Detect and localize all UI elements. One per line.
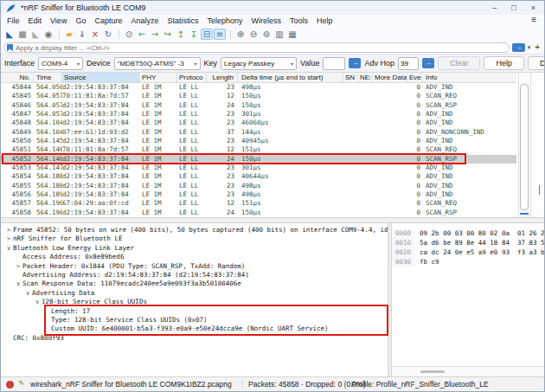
tree-expanded-icon[interactable]: ∨ [33,298,42,306]
column-header-time[interactable]: Time [34,73,62,82]
column-header-info[interactable]: Info [422,73,516,82]
close-icon[interactable]: × [531,1,535,15]
value-apply-button[interactable]: → [349,58,361,68]
stop-capture-icon[interactable]: ■ [16,29,29,40]
tree-collapsed-icon[interactable]: > [4,226,13,235]
packet-row[interactable]: 45854564.188d2:19:54:83:37:84LE 1MLE LL2… [1,172,516,181]
column-header-event[interactable]: Eve [407,73,422,82]
menu-capture[interactable]: Capture [90,16,126,26]
start-capture-icon[interactable]: ◣ [3,29,16,40]
zoom-reset-icon[interactable]: ⊜ [260,29,272,40]
reset-layout-icon[interactable]: ▦ [286,29,298,40]
detail-line[interactable]: Advertising Address: d2:19:54:83:37:84 (… [1,271,388,280]
column-header-nesn[interactable]: NE: [358,73,373,82]
hamburger-icon[interactable]: ≡ [531,15,536,24]
bookmark-icon[interactable] [7,44,13,52]
menu-wireless[interactable]: Wireless [247,16,286,26]
capture-options-icon[interactable]: ◣ [29,29,42,40]
go-last-icon[interactable]: ↧ [188,29,200,40]
restart-capture-icon[interactable]: ◉ [42,29,54,40]
packet-row[interactable]: 45853564.147d2:19:54:83:37:84LE 1MLE LL2… [1,164,516,172]
go-back-icon[interactable]: ← [136,29,148,40]
hex-row[interactable]: 00105a d6 be 89 8e 44 18 84 37 83 54 [392,238,544,247]
adv-hop-apply-button[interactable]: → [422,58,434,68]
hex-row[interactable]: 000009 2b 00 03 00 80 02 0a 01 26 20 [392,228,544,238]
hex-row[interactable]: 0030fb c9 [392,257,544,267]
menu-analyze[interactable]: Analyze [126,16,163,26]
auto-scroll-icon[interactable]: ⊟ [201,29,213,40]
packet-row[interactable]: 45849564.10407:ee:61:1d:93:d2LE 1MLE LL3… [1,128,516,137]
hex-scrollbar-thumb[interactable] [420,370,445,373]
detail-line[interactable]: ∨Bluetooth Low Energy Link Layer [1,244,388,253]
expert-info-icon[interactable]: ✎ [18,379,25,388]
colorize-icon[interactable]: ≡ [214,29,226,40]
tree-collapsed-icon[interactable]: > [14,262,22,271]
intelligent-scrollbar-strip[interactable] [530,73,544,217]
defaults-button[interactable]: Defaults [528,56,545,70]
packet-row[interactable]: 45846564.057d2:19:54:83:37:84LE 1MLE LL2… [1,101,516,110]
packet-row[interactable]: 45855564.188d2:19:54:83:37:84LE 1MLE LL2… [1,182,516,190]
go-first-icon[interactable]: ↥ [175,29,187,40]
column-header-phy[interactable]: PHY [140,73,177,82]
capture-file-name[interactable]: wireshark_nRF Sniffer for Bluetooth LE C… [30,380,232,389]
menu-go[interactable]: Go [71,16,90,26]
packet-row[interactable]: 45848564.104d2:19:54:83:37:84LE 1MLE LL2… [1,119,516,127]
column-header-protocol[interactable]: Protoco [177,73,207,82]
device-select[interactable]: "MDBT50Q-ATMS" -3 ▾ [114,57,201,70]
key-select[interactable]: Legacy Passkey ▾ [221,57,297,70]
detail-line[interactable]: >nRF Sniffer for Bluetooth LE [1,235,388,243]
packet-row[interactable]: 45858564.190d2:19:54:83:37:84LE 1MLE LL2… [1,209,516,217]
help-button[interactable]: Help [484,56,524,70]
detail-line[interactable]: ∨Advertising Data [1,289,388,298]
menu-tools[interactable]: Tools [285,16,312,26]
detail-line[interactable]: Length: 17 [1,307,388,316]
interface-select[interactable]: COM9-4 ▾ [38,57,83,70]
hex-row[interactable]: 0020ca dc 24 0e e5 a9 e0 93 f3 a3 b5 [392,247,544,257]
menu-view[interactable]: View [46,16,71,26]
go-to-packet-icon[interactable]: ↪ [162,29,174,40]
menu-help[interactable]: Help [312,16,337,26]
menu-edit[interactable]: Edit [24,16,47,26]
tree-expanded-icon[interactable]: ∨ [14,280,22,288]
zoom-in-icon[interactable]: ⊕ [234,29,247,40]
value-input[interactable] [323,57,345,70]
column-header-no[interactable]: No. [1,73,34,82]
menu-telephony[interactable]: Telephony [202,16,247,26]
maximize-icon[interactable]: □ [511,1,516,15]
packet-row[interactable]: 45844564.056d2:19:54:83:37:84LE 1MLE LL2… [1,83,516,92]
add-filter-button[interactable]: + [533,42,542,53]
menu-file[interactable]: File [3,16,24,26]
apply-filter-button[interactable]: → [512,43,525,52]
detail-line[interactable]: ∨128-bit Service Class UUIDs [1,298,388,306]
go-forward-icon[interactable]: → [149,29,161,40]
menu-statistics[interactable]: Statistics [163,16,202,26]
detail-line[interactable]: >Frame 45852: 50 bytes on wire (400 bits… [1,226,388,235]
packet-list-scrollbar[interactable] [518,73,529,217]
display-filter-input[interactable] [16,44,506,52]
save-capture-icon[interactable]: ⇓ [76,29,88,40]
minimize-icon[interactable]: – [492,1,497,15]
reload-capture-icon[interactable]: ↻ [102,29,114,40]
adv-hop-input[interactable] [398,57,419,70]
detail-line[interactable]: Access Address: 0x8e89bed6 [1,253,388,261]
clear-button[interactable]: Clear [438,56,481,70]
detail-line[interactable]: Custom UUID: 6e400001-b5a3-f393-e0a9-e50… [1,325,388,333]
packet-row[interactable]: 45850564.145d2:19:54:83:37:84LE 1MLE LL2… [1,137,516,145]
packet-row[interactable]: 45852564.146d2:19:54:83:37:84LE 1MLE LL2… [1,155,516,164]
tree-collapsed-icon[interactable]: > [4,235,13,243]
packet-row[interactable]: 45847564.057d2:19:54:83:37:84LE 1MLE LL2… [1,110,516,119]
column-header-more_data[interactable]: More Data [373,73,407,82]
packet-row[interactable]: 45851564.14670:11:81:8a:7d:57LE 1MLE LL1… [1,145,516,154]
profile-status[interactable]: Profile: Profile_nRF_Sniffer_Bluetooth_L… [351,380,489,389]
zoom-out-icon[interactable]: ⊖ [247,29,260,40]
scrollbar-thumb[interactable] [520,84,529,210]
close-capture-icon[interactable]: × [89,29,101,40]
column-header-source[interactable]: Source [62,73,140,82]
detail-line[interactable]: >Packet Header: 0x1844 (PDU Type: SCAN_R… [1,262,388,271]
packet-row[interactable]: 45856564.189d2:19:54:83:37:84LE 1MLE LL2… [1,190,516,199]
packet-row[interactable]: 45845564.05770:11:81:8a:7d:57LE 1MLE LL1… [1,92,516,100]
filter-history-caret-icon[interactable]: ▾ [528,44,531,51]
tree-expanded-icon[interactable]: ∨ [4,244,13,253]
detail-line[interactable]: Type: 128-bit Service Class UUIDs (0x07) [1,316,388,325]
tree-expanded-icon[interactable]: ∨ [23,289,32,298]
